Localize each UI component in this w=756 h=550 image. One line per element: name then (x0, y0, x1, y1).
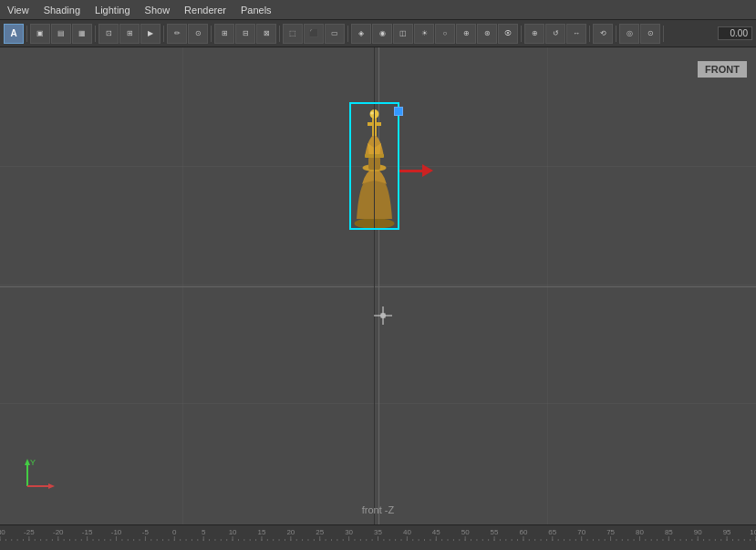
menu-panels[interactable]: Panels (233, 3, 279, 17)
light-button[interactable]: ☀ (414, 24, 434, 44)
toolbar: A ▣ ▤ ▦ ⊡ ⊞ ▶ ✏ ⊙ ⊞ ⊟ ⊠ ⬚ ⬛ ▭ ◈ ◉ ◫ ☀ ○ … (0, 20, 756, 47)
selection-border (349, 102, 399, 230)
menu-show[interactable]: Show (138, 3, 178, 17)
sep-6 (347, 26, 348, 42)
ruler-canvas (0, 525, 756, 542)
sep-1 (26, 26, 27, 42)
sep-2 (95, 26, 96, 42)
menu-shading[interactable]: Shading (36, 3, 88, 17)
svg-text:Y: Y (30, 458, 36, 467)
aspect-button[interactable]: ▭ (325, 24, 345, 44)
render-button[interactable]: ◈ (351, 24, 371, 44)
menu-renderer[interactable]: Renderer (177, 3, 233, 17)
select-mode-button[interactable]: A (4, 24, 24, 44)
sep-10 (663, 26, 664, 42)
grid-small-button[interactable]: ⊟ (235, 24, 255, 44)
grid-large-button[interactable]: ⊠ (256, 24, 276, 44)
chess-piece-container[interactable] (349, 102, 399, 230)
render2-button[interactable]: ⟲ (593, 24, 613, 44)
view-label: FRONT (698, 61, 747, 78)
wireframe-button[interactable]: ▣ (30, 24, 50, 44)
rotate-button[interactable]: ↺ (545, 24, 565, 44)
sep-5 (279, 26, 280, 42)
pencil-button[interactable]: ✏ (167, 24, 187, 44)
menu-view[interactable]: View (0, 3, 36, 17)
bar-button[interactable]: ⦿ (498, 24, 518, 44)
transform-button[interactable]: ⊕ (524, 24, 544, 44)
frame2-button[interactable]: ⬛ (304, 24, 324, 44)
menu-lighting[interactable]: Lighting (88, 3, 138, 17)
viewport[interactable]: FRONT Y front -Z (0, 47, 756, 524)
fps-input[interactable] (718, 26, 752, 40)
material-button[interactable]: ◉ (372, 24, 392, 44)
front-z-label: front -Z (362, 504, 394, 515)
earth-button[interactable]: ⊕ (456, 24, 476, 44)
bottom-ruler (0, 524, 756, 541)
menubar: View Shading Lighting Show Renderer Pane… (0, 0, 756, 20)
sep-3 (163, 26, 164, 42)
arrow-head (422, 164, 433, 177)
axis-indicator: Y (14, 454, 59, 493)
play-button[interactable]: ▶ (140, 24, 161, 44)
snap-button[interactable]: ◎ (619, 24, 639, 44)
solid-button[interactable]: ▤ (51, 24, 71, 44)
textured-button[interactable]: ▦ (72, 24, 92, 44)
film-button[interactable]: ⊞ (119, 24, 140, 44)
scale-button[interactable]: ↔ (566, 24, 586, 44)
sep-7 (521, 26, 522, 42)
lasso-button[interactable]: ⊙ (188, 24, 208, 44)
svg-marker-16 (48, 483, 55, 489)
snap2-button[interactable]: ⊙ (640, 24, 660, 44)
sep-8 (589, 26, 590, 42)
mouse-cursor (374, 306, 392, 329)
frame-button[interactable]: ⬚ (283, 24, 303, 44)
sep-9 (616, 26, 616, 42)
camera-button[interactable]: ⊡ (98, 24, 119, 44)
reflect-button[interactable]: ⊛ (477, 24, 497, 44)
wire-button[interactable]: ◫ (393, 24, 413, 44)
transform-handle[interactable] (394, 107, 403, 116)
grid-button[interactable]: ⊞ (214, 24, 234, 44)
translate-x-arrow[interactable] (399, 164, 433, 177)
arrow-shaft (399, 170, 422, 172)
sep-4 (211, 26, 212, 42)
sphere-button[interactable]: ○ (435, 24, 455, 44)
